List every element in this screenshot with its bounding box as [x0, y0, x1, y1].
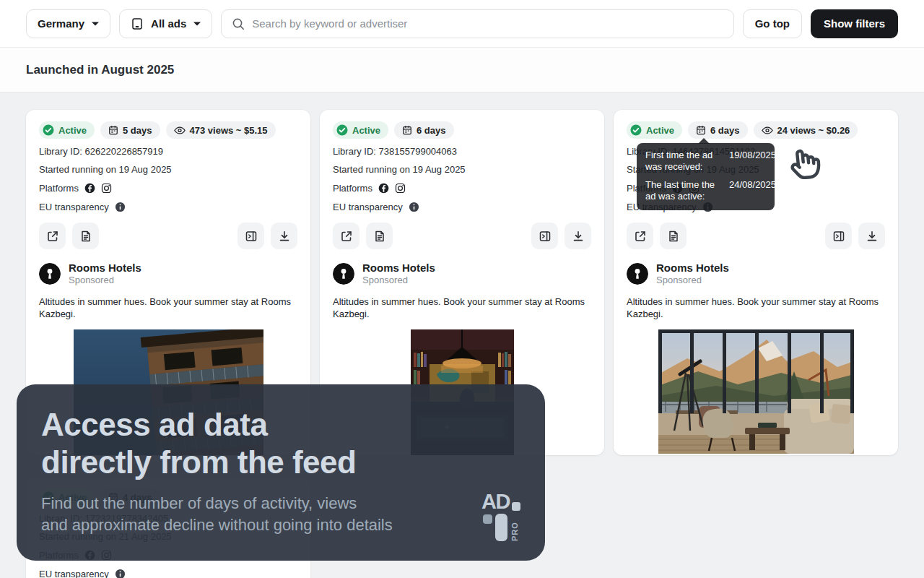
advertiser-name[interactable]: Rooms Hotels — [362, 262, 435, 275]
ad-creative-mountain-lounge[interactable] — [627, 329, 885, 454]
country-select-label: Germany — [38, 17, 84, 30]
library-id: Library ID: 738155799004063 — [333, 147, 591, 157]
open-ad-button[interactable] — [333, 223, 359, 249]
views-label: 473 views ~ $5.15 — [190, 125, 268, 136]
download-icon — [572, 230, 585, 243]
tooltip-value: 24/08/2025 — [729, 179, 776, 202]
device-icon — [131, 17, 144, 30]
eu-transparency-label: EU transparency — [39, 569, 109, 578]
info-icon[interactable] — [115, 202, 126, 212]
document-icon — [373, 230, 386, 243]
calendar-icon — [402, 125, 412, 135]
ad-details-button[interactable] — [660, 223, 687, 249]
adpro-logo-bar — [495, 514, 507, 541]
external-link-icon — [46, 230, 59, 243]
external-link-icon — [340, 230, 353, 243]
facebook-icon — [84, 183, 95, 194]
eye-icon — [762, 126, 773, 134]
download-button[interactable] — [271, 223, 297, 249]
tooltip-label: The last time the ad was active: — [645, 179, 722, 202]
instagram-icon — [101, 183, 112, 194]
ad-text: Altitudes in summer hues. Book your summ… — [627, 296, 885, 320]
ad-details-button[interactable] — [72, 223, 99, 249]
open-panel-button[interactable] — [531, 223, 558, 249]
platforms-row: Platforms — [39, 183, 297, 194]
open-ad-button[interactable] — [39, 223, 66, 249]
advertiser-avatar[interactable] — [39, 263, 61, 285]
tooltip-value: 19/08/2025 — [729, 150, 776, 173]
promo-subtitle: Find out the number of days of activity,… — [41, 493, 525, 536]
promo-title: Access ad data directly from the feed — [41, 406, 525, 481]
open-panel-button[interactable] — [237, 223, 264, 249]
advertiser-name[interactable]: Rooms Hotels — [69, 262, 141, 275]
eu-transparency-row: EU transparency — [333, 202, 591, 212]
ads-type-select[interactable]: All ads — [119, 9, 212, 38]
go-top-button[interactable]: Go top — [743, 9, 802, 38]
status-badge[interactable]: Active — [333, 121, 388, 139]
side-panel-icon — [832, 230, 845, 243]
started-running: Started running on 19 Aug 2025 — [39, 165, 297, 175]
advertiser-row: Rooms Hotels Sponsored — [39, 262, 297, 285]
advertiser-avatar[interactable] — [333, 263, 354, 285]
chevron-down-icon — [92, 22, 99, 26]
calendar-icon — [108, 125, 118, 135]
section-header: Launched in August 2025 — [0, 48, 924, 92]
views-label: 24 views ~ $0.26 — [777, 125, 850, 136]
sponsored-label: Sponsored — [656, 275, 729, 285]
info-icon[interactable] — [115, 569, 126, 578]
eu-transparency-label: EU transparency — [39, 202, 109, 212]
document-icon — [667, 230, 680, 243]
instagram-icon — [395, 183, 406, 194]
download-icon — [866, 230, 879, 243]
document-icon — [79, 230, 92, 243]
advertiser-row: Rooms Hotels Sponsored — [627, 262, 885, 285]
eu-transparency-label: EU transparency — [333, 202, 403, 212]
views-pill[interactable]: 473 views ~ $5.15 — [166, 121, 276, 139]
open-panel-button[interactable] — [825, 223, 852, 249]
download-button[interactable] — [858, 223, 885, 249]
actions-row — [39, 223, 297, 249]
platforms-label: Platforms — [333, 184, 372, 194]
advertiser-avatar[interactable] — [627, 263, 648, 285]
download-icon — [278, 230, 291, 243]
views-pill[interactable]: 24 views ~ $0.26 — [754, 121, 858, 139]
days-active-label: 6 days — [417, 125, 445, 136]
search-input[interactable] — [252, 17, 723, 30]
days-active-pill[interactable]: 5 days — [100, 121, 160, 139]
status-label: Active — [352, 125, 380, 136]
eu-transparency-row: EU transparency — [39, 569, 297, 578]
show-filters-button[interactable]: Show filters — [811, 9, 898, 38]
promo-overlay: Access ad data directly from the feed Fi… — [17, 384, 545, 561]
download-button[interactable] — [565, 223, 591, 249]
hand-pointer-icon — [781, 144, 829, 189]
eye-icon — [174, 126, 186, 134]
adpro-logo-ad: AD — [481, 493, 510, 511]
actions-row — [627, 223, 885, 249]
info-icon[interactable] — [409, 202, 419, 212]
status-label: Active — [646, 125, 674, 136]
days-active-label: 5 days — [123, 125, 152, 136]
country-select[interactable]: Germany — [26, 9, 110, 38]
external-link-icon — [634, 230, 647, 243]
adpro-logo-square — [483, 514, 492, 524]
sponsored-label: Sponsored — [69, 275, 141, 285]
open-ad-button[interactable] — [627, 223, 653, 249]
section-title: Launched in August 2025 — [26, 63, 174, 77]
badges-row: Active 6 days — [333, 121, 591, 139]
search-icon — [232, 17, 245, 30]
adpro-logo-square — [512, 502, 520, 511]
library-id: Library ID: 626220226857919 — [39, 147, 297, 157]
search-box[interactable] — [221, 9, 733, 38]
ad-details-button[interactable] — [366, 223, 393, 249]
advertiser-name[interactable]: Rooms Hotels — [656, 262, 729, 275]
check-circle-icon — [630, 124, 642, 136]
days-active-label: 6 days — [710, 125, 739, 136]
status-badge[interactable]: Active — [39, 121, 95, 139]
status-badge[interactable]: Active — [627, 121, 682, 139]
days-active-pill[interactable]: 6 days — [688, 121, 747, 139]
facebook-icon — [378, 183, 389, 194]
tooltip-arrow — [698, 138, 710, 144]
topbar: Germany All ads Go top Show filters — [0, 0, 924, 48]
adpro-logo: AD PRO — [481, 493, 528, 540]
days-active-pill[interactable]: 6 days — [394, 121, 453, 139]
